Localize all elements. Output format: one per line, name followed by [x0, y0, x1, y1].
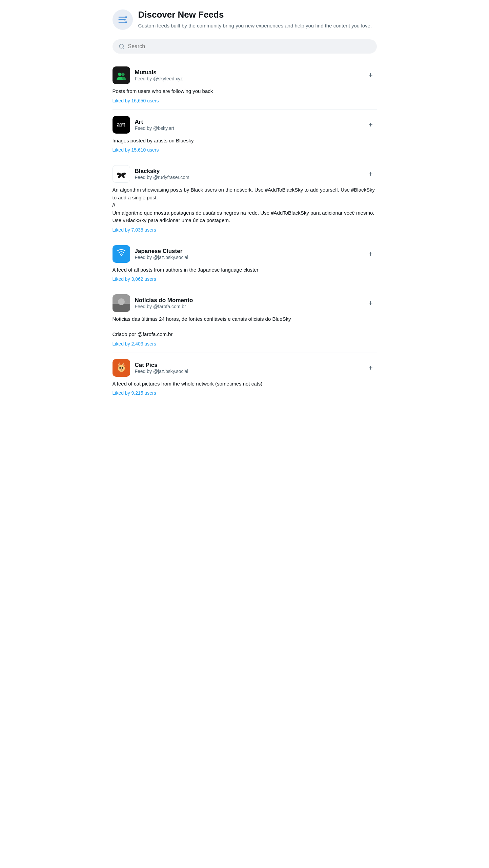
feed-author: Feed by @rudyfraser.com	[135, 175, 189, 180]
svg-point-12	[121, 174, 121, 177]
search-bar[interactable]	[113, 39, 377, 54]
feed-info: Mutuals Feed by @skyfeed.xyz	[113, 66, 183, 84]
feed-header-row: Mutuals Feed by @skyfeed.xyz +	[113, 66, 377, 84]
add-feed-button[interactable]: +	[365, 362, 377, 374]
feeds-icon	[118, 15, 128, 25]
add-feed-button[interactable]: +	[365, 297, 377, 309]
avatar	[113, 66, 130, 84]
feed-likes: Liked by 7,038 users	[113, 227, 377, 233]
feed-name: Blacksky	[135, 168, 189, 175]
svg-point-3	[125, 16, 127, 18]
svg-point-14	[121, 255, 122, 256]
list-item: Notícias do Momento Feed by @farofa.com.…	[113, 288, 377, 353]
feed-info: Notícias do Momento Feed by @farofa.com.…	[113, 294, 193, 312]
feed-info: art Art Feed by @bsky.art	[113, 116, 175, 134]
feed-meta: Cat Pics Feed by @jaz.bsky.social	[135, 362, 188, 374]
svg-point-19	[118, 365, 124, 372]
feed-meta: Art Feed by @bsky.art	[135, 119, 175, 131]
feed-name: Notícias do Momento	[135, 297, 193, 304]
noticias-avatar-icon	[113, 294, 130, 312]
svg-point-25	[122, 367, 123, 369]
feed-likes: Liked by 2,403 users	[113, 341, 377, 347]
feed-description: Noticias das últimas 24 horas, de fontes…	[113, 315, 377, 338]
feed-description: A feed of cat pictures from the whole ne…	[113, 380, 377, 388]
add-feed-button[interactable]: +	[365, 248, 377, 260]
feed-info: Japanese Cluster Feed by @jaz.bsky.socia…	[113, 245, 188, 263]
feed-author: Feed by @farofa.com.br	[135, 304, 193, 309]
feed-list: Mutuals Feed by @skyfeed.xyz + Posts fro…	[106, 60, 384, 402]
feed-author: Feed by @jaz.bsky.social	[135, 369, 188, 374]
feed-author: Feed by @bsky.art	[135, 125, 175, 131]
feed-name: Japanese Cluster	[135, 248, 188, 255]
feed-description: Posts from users who are following you b…	[113, 87, 377, 95]
svg-point-9	[118, 73, 121, 76]
feed-meta: Blacksky Feed by @rudyfraser.com	[135, 168, 189, 180]
feed-name: Cat Pics	[135, 362, 188, 369]
list-item: Cat Pics Feed by @jaz.bsky.social + A fe…	[113, 353, 377, 402]
avatar	[113, 245, 130, 263]
avatar	[113, 165, 130, 183]
feed-likes: Liked by 9,215 users	[113, 390, 377, 396]
feed-likes: Liked by 15,610 users	[113, 147, 377, 153]
mutuals-avatar-icon	[115, 69, 127, 81]
svg-point-5	[125, 21, 127, 23]
feed-header-row: Cat Pics Feed by @jaz.bsky.social +	[113, 359, 377, 377]
list-item: art Art Feed by @bsky.art + Images poste…	[113, 110, 377, 159]
list-item: Blacksky Feed by @rudyfraser.com + An al…	[113, 159, 377, 239]
add-feed-button[interactable]: +	[365, 119, 377, 131]
avatar	[113, 359, 130, 377]
svg-point-24	[119, 367, 121, 369]
add-feed-button[interactable]: +	[365, 168, 377, 180]
header-text: Discover New Feeds Custom feeds built by…	[138, 9, 377, 30]
feed-info: Cat Pics Feed by @jaz.bsky.social	[113, 359, 188, 377]
svg-point-10	[121, 73, 125, 76]
header-icon-wrap	[113, 9, 133, 30]
feed-description: An algorithm showcasing posts by Black u…	[113, 186, 377, 224]
search-input[interactable]	[128, 43, 371, 50]
japanese-avatar-icon	[115, 248, 127, 260]
feed-header-row: Notícias do Momento Feed by @farofa.com.…	[113, 294, 377, 312]
list-item: Japanese Cluster Feed by @jaz.bsky.socia…	[113, 239, 377, 289]
feed-likes: Liked by 16,650 users	[113, 98, 377, 103]
feed-name: Art	[135, 119, 175, 125]
feed-header-row: art Art Feed by @bsky.art +	[113, 116, 377, 134]
page-header: Discover New Feeds Custom feeds built by…	[106, 0, 384, 37]
svg-line-7	[123, 47, 124, 48]
list-item: Mutuals Feed by @skyfeed.xyz + Posts fro…	[113, 60, 377, 110]
avatar: art	[113, 116, 130, 134]
page-title: Discover New Feeds	[138, 9, 377, 20]
feed-likes: Liked by 3,062 users	[113, 276, 377, 282]
feed-header-row: Japanese Cluster Feed by @jaz.bsky.socia…	[113, 245, 377, 263]
feed-meta: Mutuals Feed by @skyfeed.xyz	[135, 69, 183, 81]
feed-header-row: Blacksky Feed by @rudyfraser.com +	[113, 165, 377, 183]
feed-author: Feed by @jaz.bsky.social	[135, 255, 188, 260]
search-bar-wrap	[106, 37, 384, 60]
feed-meta: Japanese Cluster Feed by @jaz.bsky.socia…	[135, 248, 188, 260]
feed-description: A feed of all posts from authors in the …	[113, 266, 377, 274]
avatar	[113, 294, 130, 312]
art-avatar-text: art	[117, 121, 126, 128]
feed-name: Mutuals	[135, 69, 183, 76]
feed-description: Images posted by artists on Bluesky	[113, 137, 377, 145]
page-subtitle: Custom feeds built by the community brin…	[138, 22, 377, 30]
feed-author: Feed by @skyfeed.xyz	[135, 76, 183, 81]
feed-meta: Notícias do Momento Feed by @farofa.com.…	[135, 297, 193, 309]
catpics-avatar-icon	[115, 361, 128, 374]
svg-point-4	[124, 19, 125, 21]
feed-info: Blacksky Feed by @rudyfraser.com	[113, 165, 189, 183]
svg-point-17	[118, 298, 125, 305]
search-icon	[119, 43, 125, 50]
add-feed-button[interactable]: +	[365, 69, 377, 81]
blacksky-avatar-icon	[115, 167, 128, 180]
